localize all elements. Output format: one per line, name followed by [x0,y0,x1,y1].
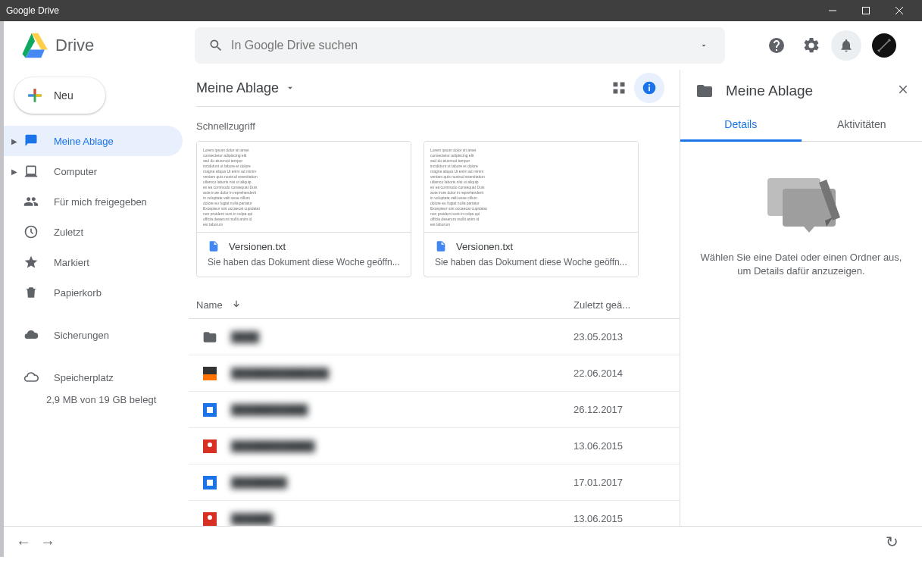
search-options-icon[interactable] [689,41,719,50]
chevron-down-icon [285,83,295,93]
svg-rect-7 [614,89,618,94]
sidebar-item-recent[interactable]: Zuletzt [4,217,183,247]
help-icon[interactable] [761,30,792,61]
expand-icon[interactable]: ▶ [11,137,22,145]
tab-details[interactable]: Details [680,109,802,142]
svg-rect-5 [614,83,618,87]
table-row[interactable]: ████████████13.06.2015 [189,428,680,464]
sidebar-item-shared[interactable]: Für mich freigegeben [4,186,183,217]
svg-rect-12 [203,367,217,374]
people-icon [22,194,40,209]
new-button[interactable]: Neu [14,77,105,114]
table-row[interactable]: ███████████26.12.2017 [189,392,680,428]
star-icon [22,255,40,270]
svg-rect-13 [203,374,217,380]
user-avatar[interactable] [872,33,896,58]
folder-icon [695,82,714,100]
notifications-icon[interactable] [831,30,861,61]
details-panel: Meine Ablage Details Aktivitäten [680,70,922,526]
settings-icon[interactable] [796,30,827,61]
cloud-icon [22,327,40,342]
sidebar-item-storage[interactable]: Speicherplatz [4,362,183,393]
storage-icon [22,370,40,385]
table-header: Name Zuletzt geä... [189,286,680,319]
column-date[interactable]: Zuletzt geä... [574,299,664,311]
file-icon [201,439,219,453]
quick-card[interactable]: Lorem ipsum dolor sit ametconsectetur ad… [423,141,639,277]
breadcrumb[interactable]: Meine Ablage [196,80,295,96]
table-row[interactable]: ██████13.06.2015 [189,501,680,526]
table-row[interactable]: ████23.05.2013 [189,319,680,355]
empty-text: Wählen Sie eine Datei oder einen Ordner … [699,251,904,278]
folder-icon [201,330,219,345]
grid-view-button[interactable] [604,73,634,103]
file-icon [201,476,219,489]
sidebar-item-starred[interactable]: Markiert [4,247,183,277]
app-header: Drive [4,21,922,70]
minimize-button[interactable] [816,0,849,21]
empty-illustration [760,172,843,233]
back-button[interactable]: ← [16,533,40,551]
window-title: Google Drive [6,5,816,16]
close-details-button[interactable] [896,83,910,99]
table-row[interactable]: ██████████████22.06.2014 [189,355,680,392]
main-content: Meine Ablage Schnellzugriff Lorem ipsum … [189,70,680,526]
forward-button[interactable]: → [40,533,64,551]
drive-icon [22,133,40,149]
doc-icon [435,240,447,252]
search-bar[interactable] [195,27,725,64]
svg-rect-1 [863,8,870,14]
refresh-button[interactable]: ↻ [886,533,910,551]
column-name[interactable]: Name [196,299,574,311]
quick-access-heading: Schnellzugriff [189,107,680,141]
file-preview: Lorem ipsum dolor sit ametconsectetur ad… [424,142,638,233]
svg-rect-6 [620,83,625,87]
details-title: Meine Ablage [726,83,884,99]
clock-icon [22,224,40,239]
drive-logo[interactable]: Drive [16,32,189,59]
tab-activity[interactable]: Aktivitäten [802,109,923,141]
expand-icon[interactable]: ▶ [11,167,22,176]
details-toggle-button[interactable] [634,73,664,103]
computer-icon [22,164,40,179]
svg-point-16 [208,443,212,447]
arrow-down-icon [230,299,242,311]
file-list[interactable]: ████23.05.2013 ██████████████22.06.2014 … [189,319,680,526]
sidebar-item-computers[interactable]: ▶Computer [4,156,183,186]
sidebar-item-my-drive[interactable]: ▶Meine Ablage [4,126,183,156]
footer-bar: ← → ↻ [4,526,922,557]
new-button-label: Neu [54,89,73,102]
window-titlebar: Google Drive [0,0,922,21]
sidebar-item-trash[interactable]: Papierkorb [4,277,183,308]
file-icon [201,367,219,380]
svg-rect-11 [649,84,650,86]
svg-point-19 [208,515,212,520]
maximize-button[interactable] [849,0,883,21]
quick-card[interactable]: Lorem ipsum dolor sit ametconsectetur ad… [196,141,411,277]
file-icon [201,403,219,417]
sidebar-item-backups[interactable]: Sicherungen [4,320,183,350]
file-icon [201,512,219,526]
close-window-button[interactable] [883,0,916,21]
svg-rect-10 [649,86,650,91]
trash-icon [22,285,40,300]
logo-text: Drive [55,36,94,55]
doc-icon [208,240,220,252]
svg-rect-8 [620,89,625,94]
search-input[interactable] [231,39,689,52]
storage-text: 2,9 MB von 19 GB belegt [4,394,183,405]
search-icon [201,38,231,53]
file-preview: Lorem ipsum dolor sit ametconsectetur ad… [197,142,411,233]
sidebar: Neu ▶Meine Ablage ▶Computer Für mich fre… [4,70,189,526]
table-row[interactable]: ████████17.01.2017 [189,464,680,501]
